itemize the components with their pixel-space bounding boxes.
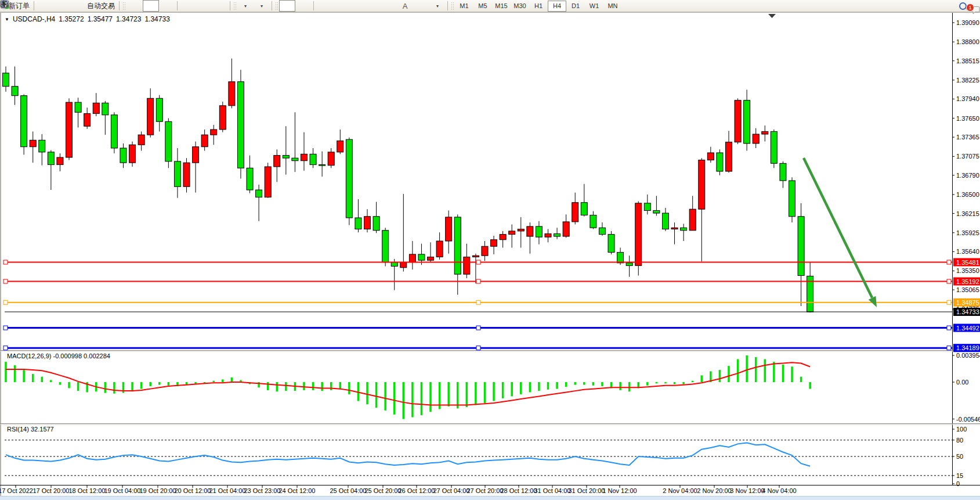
candle[interactable] xyxy=(201,130,208,151)
candle[interactable] xyxy=(762,125,768,141)
candle[interactable] xyxy=(21,94,27,154)
candle[interactable] xyxy=(545,229,551,242)
period-clock-button[interactable]: ▾ xyxy=(254,0,270,12)
candle[interactable] xyxy=(129,142,136,167)
new-order-button[interactable]: 新订单 xyxy=(6,0,32,12)
candle[interactable] xyxy=(174,148,180,198)
line-chart-button[interactable] xyxy=(159,0,175,12)
signals-button[interactable] xyxy=(68,0,85,12)
candle[interactable] xyxy=(735,98,741,144)
candle[interactable] xyxy=(193,142,199,193)
candle[interactable] xyxy=(111,112,117,153)
candle[interactable] xyxy=(283,126,289,174)
candle[interactable] xyxy=(319,152,326,177)
hline-handle[interactable] xyxy=(947,279,951,283)
candle[interactable] xyxy=(653,196,660,215)
indicators-button[interactable]: ▾ xyxy=(237,0,254,12)
candle[interactable] xyxy=(509,224,515,247)
candle[interactable] xyxy=(590,211,596,229)
candle[interactable] xyxy=(337,130,343,154)
candle[interactable] xyxy=(328,148,334,168)
hline-handle[interactable] xyxy=(476,260,480,264)
candle[interactable] xyxy=(581,184,587,217)
candle[interactable] xyxy=(66,98,73,160)
timeframe-button-M30[interactable]: M30 xyxy=(511,1,529,12)
candle[interactable] xyxy=(237,70,244,178)
candle[interactable] xyxy=(626,256,632,277)
candle[interactable] xyxy=(671,222,678,244)
candle[interactable] xyxy=(464,244,470,278)
candle[interactable] xyxy=(211,125,217,145)
fibonacci-button[interactable]: F xyxy=(381,0,397,12)
community-button[interactable] xyxy=(52,0,68,12)
hline-handle[interactable] xyxy=(476,326,480,330)
trendline-button[interactable] xyxy=(348,0,364,12)
candle[interactable] xyxy=(292,112,298,172)
candle[interactable] xyxy=(689,196,696,230)
candle[interactable] xyxy=(30,131,36,163)
candle[interactable] xyxy=(57,153,63,171)
hline-handle[interactable] xyxy=(947,300,951,304)
candle[interactable] xyxy=(744,89,750,150)
hline-handle[interactable] xyxy=(476,346,480,350)
candle[interactable] xyxy=(563,214,569,238)
candle[interactable] xyxy=(789,177,795,222)
candle[interactable] xyxy=(147,88,154,138)
candle[interactable] xyxy=(771,130,777,168)
candle[interactable] xyxy=(183,158,190,192)
candle[interactable] xyxy=(102,101,109,135)
candle[interactable] xyxy=(84,107,91,129)
candle[interactable] xyxy=(165,118,172,168)
candle[interactable] xyxy=(436,232,443,260)
hline-handle[interactable] xyxy=(3,300,8,304)
crosshair-button[interactable] xyxy=(295,0,312,12)
candle[interactable] xyxy=(219,102,226,132)
candle[interactable] xyxy=(699,158,705,261)
horizontal-line-button[interactable] xyxy=(332,0,348,12)
candle[interactable] xyxy=(536,221,542,244)
candle[interactable] xyxy=(12,66,18,105)
candle[interactable] xyxy=(93,93,99,116)
timeframe-button-W1[interactable]: W1 xyxy=(585,1,603,12)
trend-arrow[interactable] xyxy=(804,158,872,298)
timeframe-button-D1[interactable]: D1 xyxy=(566,1,585,12)
candle[interactable] xyxy=(608,231,614,254)
hline-handle[interactable] xyxy=(476,300,480,304)
candle[interactable] xyxy=(500,231,506,248)
vertical-line-button[interactable] xyxy=(316,0,332,12)
timeframe-button-H1[interactable]: H1 xyxy=(529,1,548,12)
zoom-out-button[interactable] xyxy=(196,0,212,12)
candle[interactable] xyxy=(527,222,533,254)
candle[interactable] xyxy=(156,95,162,132)
candle[interactable] xyxy=(572,193,578,225)
candle[interactable] xyxy=(662,208,668,231)
timeframe-button-H4[interactable]: H4 xyxy=(548,1,566,12)
candle[interactable] xyxy=(554,228,560,239)
candle[interactable] xyxy=(346,138,352,225)
chart-menu-triangle-icon[interactable]: ▼ xyxy=(5,17,9,22)
trend-arrow-head[interactable] xyxy=(869,296,877,307)
history-center-button[interactable] xyxy=(36,0,52,12)
candle[interactable] xyxy=(120,143,126,168)
hline-handle[interactable] xyxy=(3,326,8,330)
toolbar-grip[interactable] xyxy=(275,2,278,10)
candle[interactable] xyxy=(75,98,81,127)
candle[interactable] xyxy=(265,163,271,198)
candle[interactable] xyxy=(428,242,434,262)
candle[interactable] xyxy=(229,59,235,109)
candle[interactable] xyxy=(807,262,813,312)
hline-handle[interactable] xyxy=(947,326,951,330)
candle[interactable] xyxy=(39,134,45,166)
candle[interactable] xyxy=(310,148,316,168)
hline-handle[interactable] xyxy=(3,260,8,264)
equidistant-channel-button[interactable]: E xyxy=(364,0,381,12)
candle[interactable] xyxy=(138,131,144,150)
tile-windows-button[interactable] xyxy=(212,0,228,12)
candlestick-chart-button[interactable] xyxy=(143,0,159,12)
candle[interactable] xyxy=(599,222,605,236)
candle[interactable] xyxy=(482,241,488,261)
candle[interactable] xyxy=(681,224,687,241)
candle[interactable] xyxy=(355,199,361,232)
chart-shift-marker[interactable] xyxy=(768,14,776,18)
candle[interactable] xyxy=(717,149,723,175)
